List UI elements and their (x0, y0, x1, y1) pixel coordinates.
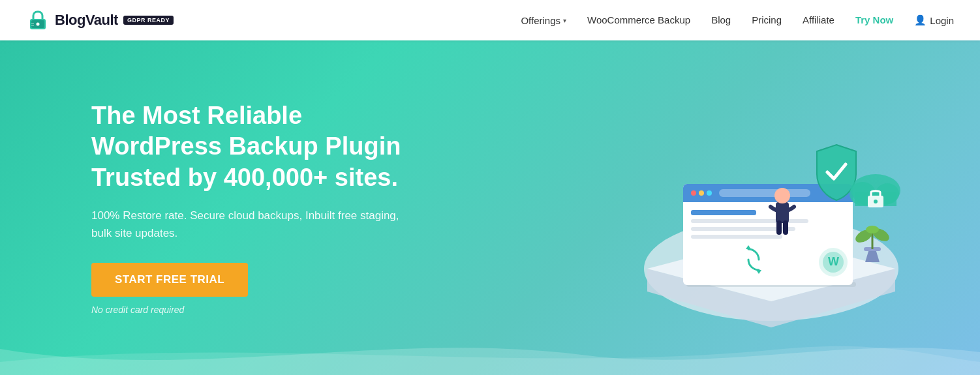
nav-item-blog[interactable]: Blog (711, 14, 731, 26)
hero-illustration: W (602, 47, 941, 334)
nav-link-woocommerce[interactable]: WooCommerce Backup (587, 14, 690, 25)
nav-link-login[interactable]: Login (930, 15, 954, 26)
hero-content: The Most Reliable WordPress Backup Plugi… (0, 100, 418, 315)
nav-item-affiliate[interactable]: Affiliate (803, 14, 835, 26)
svg-rect-15 (691, 219, 808, 223)
nav-item-woocommerce[interactable]: WooCommerce Backup (587, 14, 690, 26)
nav-link-offerings[interactable]: Offerings (521, 15, 560, 26)
start-free-trial-button[interactable]: START FREE TRIAL (91, 263, 248, 297)
hero-title: The Most Reliable WordPress Backup Plugi… (91, 100, 418, 194)
svg-rect-17 (691, 235, 782, 239)
svg-point-10 (691, 190, 696, 196)
svg-text:W: W (828, 255, 839, 268)
svg-rect-32 (783, 220, 788, 235)
iso-scene-svg: W (602, 47, 941, 334)
svg-point-2 (37, 23, 40, 26)
user-icon: 👤 (914, 14, 926, 26)
hero-subtitle: 100% Restore rate. Secure cloud backups,… (91, 207, 418, 242)
logo[interactable]: BlogVault GDPR READY (26, 8, 174, 32)
svg-point-12 (707, 190, 712, 196)
chevron-down-icon: ▾ (563, 17, 566, 24)
nav-item-offerings[interactable]: Offerings ▾ (521, 15, 566, 26)
nav-link-affiliate[interactable]: Affiliate (803, 14, 835, 25)
svg-rect-31 (776, 220, 782, 235)
nav-item-login[interactable]: 👤 Login (914, 14, 954, 26)
nav-link-blog[interactable]: Blog (711, 14, 731, 25)
svg-rect-14 (691, 210, 756, 215)
nav-item-trynow[interactable]: Try Now (855, 14, 893, 26)
no-credit-text: No credit card required (91, 305, 418, 315)
svg-point-30 (774, 188, 790, 203)
nav-links: Offerings ▾ WooCommerce Backup Blog Pric… (521, 14, 954, 26)
navbar: BlogVault GDPR READY Offerings ▾ WooComm… (0, 0, 980, 40)
svg-point-11 (699, 190, 704, 196)
svg-point-37 (866, 226, 879, 233)
svg-point-28 (874, 200, 878, 203)
hero-section: The Most Reliable WordPress Backup Plugi… (0, 40, 980, 375)
svg-rect-13 (719, 189, 810, 197)
logo-text: BlogVault (55, 12, 118, 29)
nav-item-pricing[interactable]: Pricing (752, 14, 782, 26)
gdpr-badge: GDPR READY (123, 16, 174, 25)
nav-link-trynow[interactable]: Try Now (855, 14, 893, 25)
nav-link-pricing[interactable]: Pricing (752, 14, 782, 25)
logo-icon (26, 8, 50, 32)
